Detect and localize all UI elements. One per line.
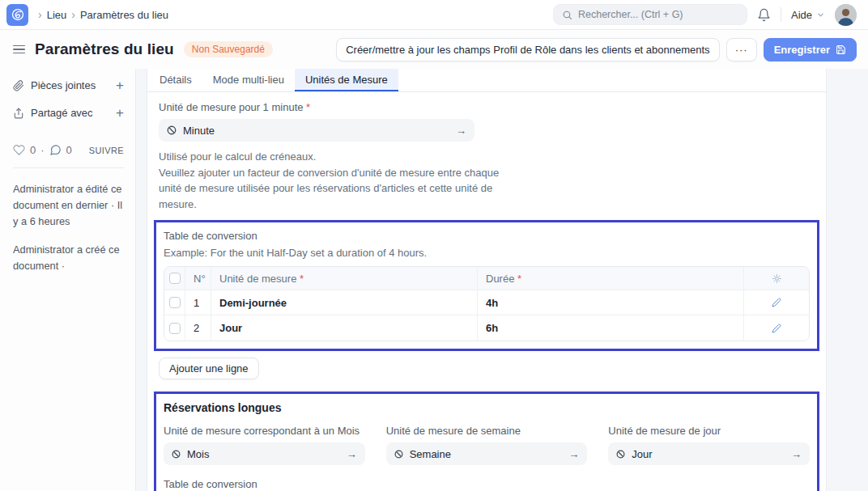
follow-toggle[interactable]: SUIVRE bbox=[89, 146, 124, 155]
open-link-arrow-icon[interactable]: → bbox=[347, 448, 357, 460]
notifications-bell-icon[interactable] bbox=[757, 8, 771, 22]
link-slash-circle-icon bbox=[394, 450, 403, 459]
tab-mode-multi-lieu[interactable]: Mode multi-lieu bbox=[202, 69, 295, 91]
breadcrumb-separator: › bbox=[38, 8, 42, 21]
search-icon bbox=[562, 10, 572, 20]
page-actions: Créer/mettre à jour les champs Profil de… bbox=[336, 38, 857, 61]
chevron-down-icon bbox=[816, 11, 825, 19]
sidebar-divider bbox=[13, 167, 124, 168]
row-checkbox[interactable] bbox=[169, 323, 181, 334]
likes-count[interactable]: 0 bbox=[30, 144, 36, 156]
global-search[interactable] bbox=[553, 4, 747, 25]
attachments-label: Pièces jointes bbox=[31, 79, 109, 91]
share-icon bbox=[13, 108, 24, 119]
day-uom-value: Jour bbox=[632, 448, 785, 460]
minute-uom-value: Minute bbox=[183, 125, 449, 137]
app-logo[interactable] bbox=[6, 4, 28, 26]
comments-count[interactable]: 0 bbox=[66, 144, 72, 156]
heart-like-icon[interactable] bbox=[13, 144, 25, 156]
sidebar-shared-with[interactable]: Partagé avec + bbox=[13, 106, 124, 120]
uom-cell[interactable]: Jour bbox=[211, 315, 478, 341]
form-tabs: Détails Mode multi-lieu Unités de Mesure bbox=[147, 69, 826, 92]
week-uom-field[interactable]: Semaine → bbox=[386, 442, 588, 465]
conversion-table2-label: Table de conversion bbox=[164, 478, 810, 490]
edit-row-pencil-icon[interactable] bbox=[772, 324, 781, 333]
logo-swirl-icon bbox=[11, 7, 25, 22]
breadcrumb-item-parametres[interactable]: Paramètres du lieu bbox=[80, 9, 168, 21]
link-slash-circle-icon bbox=[172, 450, 181, 459]
uom-cell[interactable]: Demi-journée bbox=[211, 290, 478, 315]
breadcrumb-item-lieu[interactable]: Lieu bbox=[47, 9, 67, 21]
paperclip-icon bbox=[13, 80, 24, 91]
link-slash-circle-icon bbox=[616, 450, 625, 459]
row-checkbox[interactable] bbox=[169, 297, 181, 308]
breadcrumb-separator: › bbox=[71, 8, 75, 21]
tab-details[interactable]: Détails bbox=[149, 69, 202, 91]
header-cell-uom: Unité de mesure * bbox=[211, 267, 478, 290]
edit-row-pencil-icon[interactable] bbox=[772, 298, 781, 307]
long-reservations-title: Réservations longues bbox=[164, 401, 810, 414]
month-uom-value: Mois bbox=[187, 448, 340, 460]
more-actions-button[interactable]: ··· bbox=[726, 38, 757, 61]
required-marker: * bbox=[306, 101, 310, 113]
minute-uom-field[interactable]: Minute → bbox=[159, 119, 474, 142]
row-number: 1 bbox=[185, 290, 211, 315]
add-attachment-button[interactable]: + bbox=[116, 78, 124, 92]
conversion-table-highlight-box: Table de conversion Example: For the uni… bbox=[154, 220, 819, 351]
created-info: Administrator a créé ce document · bbox=[13, 242, 124, 274]
day-uom-label: Unité de mesure de jour bbox=[608, 425, 810, 437]
duration-cell[interactable]: 6h bbox=[478, 315, 744, 341]
header-cell-settings bbox=[744, 267, 809, 290]
create-update-role-fields-button[interactable]: Créer/mettre à jour les champs Profil de… bbox=[336, 38, 719, 61]
sidebar-attachments[interactable]: Pièces jointes + bbox=[13, 78, 124, 92]
last-edited-info: Administrator a édité ce document en der… bbox=[13, 181, 124, 229]
open-link-arrow-icon[interactable]: → bbox=[568, 448, 579, 460]
search-input[interactable] bbox=[578, 9, 724, 20]
help-label: Aide bbox=[791, 9, 812, 21]
user-avatar[interactable] bbox=[835, 4, 857, 26]
shared-with-label: Partagé avec bbox=[31, 107, 109, 119]
duration-cell[interactable]: 4h bbox=[478, 290, 744, 315]
dot-separator: · bbox=[40, 144, 44, 156]
top-navbar: › Lieu › Paramètres du lieu Aide bbox=[0, 0, 868, 30]
app-window: › Lieu › Paramètres du lieu Aide bbox=[0, 0, 868, 491]
minute-uom-help: Utilisé pour le calcul de créneaux. Veui… bbox=[159, 149, 519, 212]
add-share-button[interactable]: + bbox=[116, 106, 124, 120]
table-row: 2 Jour 6h bbox=[164, 315, 809, 341]
page-header: Paramètres du lieu Non Sauvegardé Créer/… bbox=[0, 30, 868, 69]
save-button-label: Enregistrer bbox=[774, 44, 830, 56]
avatar-photo bbox=[835, 4, 857, 26]
social-row: 0 · 0 SUIVRE bbox=[13, 144, 124, 156]
header-cell-checkbox bbox=[164, 267, 185, 290]
header-cell-duration: Durée * bbox=[478, 267, 744, 290]
comment-bubble-icon[interactable] bbox=[49, 144, 62, 156]
link-slash-circle-icon bbox=[167, 125, 177, 135]
long-reservations-highlight-box: Réservations longues Unité de mesure cor… bbox=[154, 392, 819, 491]
save-button[interactable]: Enregistrer bbox=[764, 38, 857, 61]
add-row-button[interactable]: Ajouter une ligne bbox=[159, 358, 259, 379]
breadcrumb: › Lieu › Paramètres du lieu bbox=[38, 8, 168, 21]
page-title: Paramètres du lieu bbox=[35, 40, 174, 58]
week-uom-label: Unité de mesure de semaine bbox=[386, 425, 588, 437]
open-link-arrow-icon[interactable]: → bbox=[791, 448, 802, 460]
conversion-table: N° Unité de mesure * Durée * bbox=[164, 266, 810, 341]
help-menu[interactable]: Aide bbox=[791, 9, 825, 21]
month-uom-label: Unité de mesure correspondant à un Mois bbox=[164, 425, 365, 437]
day-uom-field[interactable]: Jour → bbox=[608, 442, 810, 465]
conversion-table-example: Example: For the unit Half-Day set a dur… bbox=[164, 247, 810, 259]
tab-unites-de-mesure[interactable]: Unités de Mesure bbox=[295, 69, 398, 91]
header-cell-row-no: N° bbox=[185, 267, 211, 290]
open-link-arrow-icon[interactable]: → bbox=[456, 125, 466, 137]
sidebar-toggle-icon[interactable] bbox=[13, 45, 25, 54]
row-number: 2 bbox=[185, 315, 211, 341]
month-uom-field[interactable]: Mois → bbox=[164, 442, 365, 465]
grid-settings-gear-icon[interactable] bbox=[772, 273, 782, 284]
week-uom-value: Semaine bbox=[410, 448, 563, 460]
document-sidebar: Pièces jointes + Partagé avec + 0 · bbox=[0, 69, 136, 491]
table-row: 1 Demi-journée 4h bbox=[164, 290, 809, 315]
navbar-divider bbox=[781, 7, 781, 22]
main-area: Détails Mode multi-lieu Unités de Mesure… bbox=[136, 69, 868, 491]
status-badge: Non Sauvegardé bbox=[184, 41, 273, 57]
select-all-checkbox[interactable] bbox=[169, 273, 181, 284]
long-reservations-fields: Unité de mesure correspondant à un Mois … bbox=[164, 425, 810, 465]
